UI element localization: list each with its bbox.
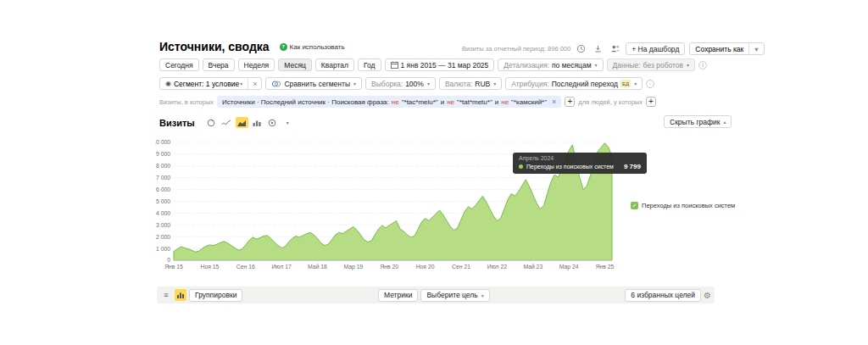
dashboard-button[interactable]: + На дашборд [626, 42, 685, 55]
sampling-dropdown[interactable]: Выборка: 100% ▾ [365, 77, 436, 90]
chart-type-more-dropdown[interactable]: ▾ [281, 117, 294, 128]
svg-text:Мар 19: Мар 19 [344, 264, 364, 270]
tooltip-series-label: Переходы из поисковых систем [526, 164, 614, 170]
preset-week[interactable]: Неделя [238, 58, 275, 71]
add-visit-condition-button[interactable]: + [565, 97, 575, 107]
save-as-label[interactable]: Сохранить как [690, 43, 748, 54]
download-icon[interactable] [592, 42, 604, 55]
gear-icon[interactable]: ⚙ [704, 291, 711, 300]
segment-dropdown[interactable]: ◉ Сегмент: 1 условие ▾ [160, 78, 248, 89]
preset-today[interactable]: Сегодня [159, 58, 199, 71]
svg-text:Янв 25: Янв 25 [596, 264, 615, 270]
svg-text:9 000: 9 000 [156, 151, 170, 157]
svg-text:8 000: 8 000 [156, 163, 170, 169]
compare-label: Сравнить сегменты [284, 80, 350, 88]
report-toolbar: ≡ Группировки Метрики Выберите цель ▾ 6 … [157, 287, 715, 303]
svg-text:6 000: 6 000 [156, 186, 170, 192]
svg-text:Янв 15: Янв 15 [164, 264, 183, 270]
attribution-badge: ЕД [620, 80, 631, 87]
svg-text:Ноя 20: Ноя 20 [416, 264, 435, 270]
chevron-down-icon: ▾ [240, 81, 242, 86]
chart-tooltip: Апрель 2024 Переходы из поисковых систем… [513, 153, 647, 174]
svg-text:1 000: 1 000 [156, 246, 170, 252]
sampling-label: Выборка: [371, 80, 403, 88]
pie-chart-icon[interactable] [266, 117, 279, 128]
series-dot-icon [519, 164, 523, 169]
info-icon[interactable]: i [698, 61, 707, 70]
groupings-button[interactable]: Группировки [189, 289, 242, 302]
data-mode-value: без роботов [643, 61, 683, 70]
filter-remove-icon[interactable]: × [552, 97, 556, 106]
chevron-down-icon: ▾ [595, 62, 598, 68]
chevron-down-icon: ▾ [353, 81, 356, 86]
filter-op: не [392, 98, 399, 106]
segment-control[interactable]: ◉ Сегмент: 1 условие ▾ × [159, 77, 262, 90]
filter-value: "*камский*" [511, 98, 547, 106]
tooltip-value: 9 799 [624, 163, 641, 170]
legend-checkbox-icon[interactable]: ✓ [631, 202, 638, 209]
preset-year[interactable]: Год [358, 58, 381, 71]
tooltip-date: Апрель 2024 [519, 155, 641, 161]
svg-text:10 000: 10 000 [155, 139, 170, 145]
detail-value: по месяцам [552, 61, 592, 70]
compare-segments-dropdown[interactable]: Сравнить сегменты ▾ [265, 77, 362, 90]
svg-text:Янв 20: Янв 20 [380, 264, 398, 270]
legend-label: Переходы из поисковых систем [642, 202, 735, 209]
filter-prefix: Визиты, в которых [159, 98, 214, 106]
chart-view-icon[interactable] [175, 289, 186, 301]
choose-goal-dropdown[interactable]: Выберите цель ▾ [420, 289, 489, 302]
calendar-icon [391, 61, 398, 69]
chevron-down-icon: ▾ [427, 81, 430, 86]
svg-text:Июл 22: Июл 22 [487, 264, 507, 270]
svg-text:0: 0 [167, 257, 170, 263]
currency-dropdown[interactable]: Валюта: RUB ▾ [439, 77, 502, 90]
svg-text:Сен 21: Сен 21 [452, 264, 470, 270]
segment-clear-icon[interactable]: × [248, 78, 261, 89]
filter-chip[interactable]: Источники · Последний источник · Поисков… [217, 96, 561, 108]
add-user-condition-button[interactable]: + [646, 97, 656, 107]
detail-label: Детализация: [504, 61, 549, 70]
chevron-down-icon[interactable]: ▾ [749, 43, 763, 54]
help-icon: ? [280, 43, 287, 51]
segment-value: 1 условие [206, 80, 239, 88]
attribution-dropdown[interactable]: Атрибуция: Последний переход ЕД ▾ [505, 77, 643, 90]
svg-text:Июл 17: Июл 17 [271, 264, 291, 270]
detail-dropdown[interactable]: Детализация: по месяцам ▾ [498, 58, 603, 71]
svg-text:4 000: 4 000 [156, 210, 170, 216]
chevron-down-icon: ▾ [687, 62, 689, 68]
segment-icon: ◉ [165, 80, 171, 87]
svg-text:Сен 16: Сен 16 [236, 264, 255, 270]
smooth-chart-icon[interactable] [220, 117, 233, 128]
chevron-down-icon: ▾ [493, 81, 496, 86]
preset-yesterday[interactable]: Вчера [203, 58, 235, 71]
filter-value: "*tat*metu*" [457, 98, 492, 106]
chevron-up-icon: ▴ [723, 119, 726, 125]
legend-item-search-traffic[interactable]: ✓ Переходы из поисковых систем [631, 202, 735, 209]
chevron-down-icon: ▾ [634, 81, 637, 86]
attribution-value: Последний переход [552, 80, 618, 88]
area-chart-icon[interactable] [236, 117, 248, 128]
table-view-icon[interactable]: ≡ [160, 289, 172, 301]
svg-text:Ноя 15: Ноя 15 [200, 264, 219, 270]
attribution-info-icon[interactable]: ◦ [646, 80, 654, 88]
metrics-button[interactable]: Метрики [378, 289, 418, 302]
line-chart-icon[interactable] [205, 117, 218, 128]
visits-period-text: Визиты за отчетный период: 896 000 [462, 45, 570, 53]
svg-text:2 000: 2 000 [156, 234, 170, 240]
data-mode-label: Данные: [613, 61, 641, 70]
filter-join: и [495, 98, 498, 106]
bar-chart-icon[interactable] [251, 117, 264, 128]
data-mode-dropdown[interactable]: Данные: без роботов ▾ [607, 58, 696, 71]
preset-month[interactable]: Месяц [278, 58, 312, 71]
how-to-use-link[interactable]: ? Как использовать [280, 43, 345, 51]
date-range-button[interactable]: 1 янв 2015 — 31 мар 2025 [385, 58, 495, 71]
users-icon[interactable] [609, 42, 621, 55]
hide-chart-button[interactable]: Скрыть график ▴ [664, 115, 732, 128]
compare-icon [271, 80, 281, 88]
preset-quarter[interactable]: Квартал [315, 58, 354, 71]
filter-value: "*tac*melu*" [402, 98, 438, 106]
favorite-goals-button[interactable]: 6 избранных целей [625, 289, 701, 302]
filter-op: не [447, 98, 454, 106]
save-as-button[interactable]: Сохранить как ▾ [689, 42, 764, 55]
history-icon[interactable] [575, 42, 587, 55]
